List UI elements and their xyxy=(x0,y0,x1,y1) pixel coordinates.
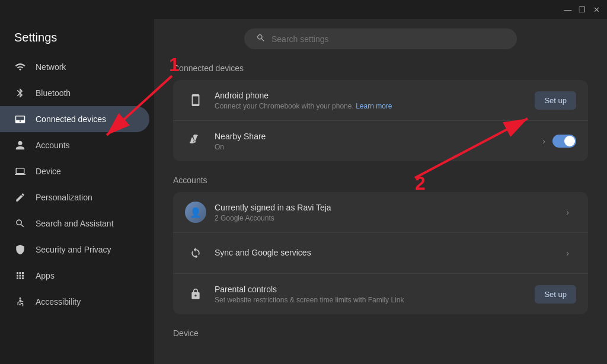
sidebar-item-network[interactable]: Network xyxy=(0,54,149,80)
shield-icon xyxy=(14,244,26,256)
sync-row[interactable]: Sync and Google services › xyxy=(173,233,588,274)
sync-chevron: › xyxy=(566,248,569,258)
parental-controls-icon xyxy=(185,283,206,305)
accounts-card: 👤 Currently signed in as Ravi Teja 2 Goo… xyxy=(173,192,588,314)
sidebar-item-search-assistant[interactable]: Search and Assistant xyxy=(0,210,149,237)
sidebar-item-bluetooth-label: Bluetooth xyxy=(36,88,71,98)
sidebar-item-search-assistant-label: Search and Assistant xyxy=(36,219,114,228)
sidebar-item-bluetooth[interactable]: Bluetooth xyxy=(0,80,149,106)
search-bar-icon xyxy=(256,33,266,44)
nearby-share-icon xyxy=(185,130,206,152)
avatar: 👤 xyxy=(185,202,206,223)
parental-controls-setup-button[interactable]: Set up xyxy=(535,285,576,304)
parental-controls-subtitle: Set website restrictions & screen time l… xyxy=(215,296,535,304)
parental-controls-title: Parental controls xyxy=(215,285,535,294)
sidebar-item-apps-label: Apps xyxy=(36,271,55,280)
titlebar: — ❐ ✕ xyxy=(0,0,607,19)
parental-controls-text: Parental controls Set website restrictio… xyxy=(215,285,535,304)
minimize-button[interactable]: — xyxy=(562,4,574,15)
nearby-share-text: Nearby Share On xyxy=(215,132,542,151)
main-content: Connected devices Android phone Connect … xyxy=(154,19,607,364)
android-phone-title: Android phone xyxy=(215,91,535,100)
tablet-icon xyxy=(14,113,26,125)
connected-devices-card: Android phone Connect your Chromebook wi… xyxy=(173,80,588,161)
laptop-icon xyxy=(14,165,26,177)
content-body: Connected devices Android phone Connect … xyxy=(154,59,607,364)
nearby-share-subtitle: On xyxy=(215,143,542,151)
nearby-share-title: Nearby Share xyxy=(215,132,542,141)
android-phone-row[interactable]: Android phone Connect your Chromebook wi… xyxy=(173,80,588,121)
signed-in-text: Currently signed in as Ravi Teja 2 Googl… xyxy=(215,203,566,222)
sync-title: Sync and Google services xyxy=(215,248,566,257)
sidebar-item-security-privacy[interactable]: Security and Privacy xyxy=(0,237,149,263)
accessibility-icon xyxy=(14,296,26,308)
svg-point-0 xyxy=(20,298,21,299)
sidebar-item-connected-devices[interactable]: Connected devices xyxy=(0,106,149,132)
nearby-share-toggle[interactable] xyxy=(552,135,576,148)
device-title: Device xyxy=(173,328,588,338)
android-phone-text: Android phone Connect your Chromebook wi… xyxy=(215,91,535,110)
parental-controls-row[interactable]: Parental controls Set website restrictio… xyxy=(173,274,588,314)
avatar-image: 👤 xyxy=(185,202,206,223)
maximize-button[interactable]: ❐ xyxy=(576,4,588,15)
signed-in-title: Currently signed in as Ravi Teja xyxy=(215,203,566,212)
person-icon xyxy=(14,139,26,151)
app-container: Settings Network Bluetooth xyxy=(0,19,607,364)
sidebar-item-personalization[interactable]: Personalization xyxy=(0,184,149,210)
sidebar-item-personalization-label: Personalization xyxy=(36,193,92,202)
search-bar-container xyxy=(154,19,607,59)
sidebar-item-network-label: Network xyxy=(36,62,66,72)
sidebar-item-accounts[interactable]: Accounts xyxy=(0,132,149,158)
search-bar xyxy=(244,28,517,49)
close-button[interactable]: ✕ xyxy=(590,4,602,15)
sync-icon xyxy=(185,242,206,264)
sidebar-item-security-privacy-label: Security and Privacy xyxy=(36,245,111,254)
signed-in-row[interactable]: 👤 Currently signed in as Ravi Teja 2 Goo… xyxy=(173,192,588,233)
signed-in-chevron: › xyxy=(566,207,569,217)
nearby-share-chevron: › xyxy=(542,136,545,146)
android-phone-subtitle: Connect your Chromebook with your phone.… xyxy=(215,102,535,110)
nearby-share-row[interactable]: Nearby Share On › xyxy=(173,121,588,161)
sidebar-item-device-label: Device xyxy=(36,167,61,176)
sidebar-item-accounts-label: Accounts xyxy=(36,141,70,150)
sidebar-item-accessibility[interactable]: Accessibility xyxy=(0,289,149,315)
signed-in-subtitle: 2 Google Accounts xyxy=(215,214,566,222)
sidebar-item-apps[interactable]: Apps xyxy=(0,263,149,289)
sidebar: Settings Network Bluetooth xyxy=(0,19,154,364)
wifi-icon xyxy=(14,61,26,73)
search-icon xyxy=(14,218,26,229)
edit-icon xyxy=(14,191,26,203)
android-phone-icon xyxy=(185,90,206,111)
sidebar-item-connected-devices-label: Connected devices xyxy=(36,114,106,124)
sidebar-item-accessibility-label: Accessibility xyxy=(36,297,81,306)
apps-icon xyxy=(14,270,26,282)
connected-devices-title: Connected devices xyxy=(173,63,588,73)
search-input[interactable] xyxy=(271,34,505,44)
sync-text: Sync and Google services xyxy=(215,248,566,259)
accounts-title: Accounts xyxy=(173,175,588,185)
sidebar-item-device[interactable]: Device xyxy=(0,158,149,184)
app-title: Settings xyxy=(0,24,154,54)
learn-more-link[interactable]: Learn more xyxy=(356,102,392,110)
android-phone-setup-button[interactable]: Set up xyxy=(535,91,576,110)
bluetooth-icon xyxy=(14,87,26,99)
